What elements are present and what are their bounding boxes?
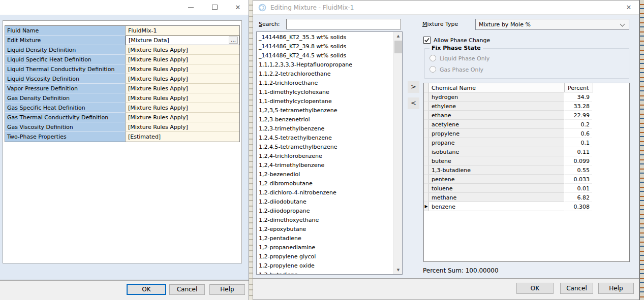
row-selector-cell[interactable] <box>424 111 429 120</box>
table-row[interactable]: ethylene33.28 <box>424 102 629 111</box>
property-row[interactable]: Gas Viscosity Definition[Mixture Rules A… <box>5 122 239 132</box>
chemical-name-cell[interactable]: toluene <box>429 184 565 193</box>
list-item[interactable]: 1,2-epoxybutane <box>257 224 394 234</box>
row-selector-cell[interactable] <box>424 129 429 138</box>
row-selector-cell[interactable] <box>424 102 429 111</box>
property-row[interactable]: Liquid Viscosity Definition[Mixture Rule… <box>5 74 239 84</box>
list-item[interactable]: 1,3-butadiene <box>257 270 394 275</box>
chemical-name-cell[interactable]: hydrogen <box>429 92 565 102</box>
chemical-name-cell[interactable]: benzene <box>429 202 565 211</box>
list-item[interactable]: 1,2-propylene oxide <box>257 261 394 270</box>
dialog-cancel-button[interactable]: Cancel <box>560 283 593 294</box>
table-row[interactable]: ethane22.99 <box>424 111 629 120</box>
table-row[interactable]: 1,3-butadiene0.55 <box>424 165 629 175</box>
property-row[interactable]: Gas Density Definition[Mixture Rules App… <box>5 93 239 103</box>
property-value[interactable]: [Mixture Rules Apply] <box>126 45 239 55</box>
list-item[interactable]: 1,2-diiodobutane <box>257 197 394 206</box>
property-value[interactable]: [Mixture Rules Apply] <box>126 113 239 122</box>
list-item[interactable]: 1,2,3-benzenetriol <box>257 115 394 124</box>
percent-cell[interactable]: 6.82 <box>565 193 592 202</box>
add-chemical-button[interactable]: > <box>408 81 419 93</box>
chemical-name-cell[interactable]: propylene <box>429 129 565 138</box>
property-row[interactable]: Gas Thermal Conductivity Definition[Mixt… <box>5 113 239 122</box>
percent-cell[interactable]: 0.11 <box>565 147 592 156</box>
list-item[interactable]: 1,2,4,5-tetramethylbenzene <box>257 142 394 151</box>
chemical-name-cell[interactable]: pentene <box>429 175 565 184</box>
scroll-up-button[interactable]: ▲ <box>394 32 403 40</box>
minimize-button[interactable] <box>182 0 199 14</box>
property-row[interactable]: Gas Specific Heat Definition[Mixture Rul… <box>5 103 239 113</box>
list-item[interactable]: 1,1-dimethylcyclopentane <box>257 96 394 106</box>
list-item[interactable]: 1,2,3-trimethylbenzene <box>257 124 394 133</box>
chemical-name-cell[interactable]: isobutane <box>429 147 565 156</box>
list-scrollbar[interactable]: ▲ ▼ <box>393 32 402 274</box>
list-item[interactable]: 1,2-propanediamine <box>257 243 394 252</box>
dialog-help-button[interactable]: Help <box>598 283 634 294</box>
chemical-name-cell[interactable]: 1,3-butadiene <box>429 165 565 175</box>
list-item[interactable]: _1414486_KT2_39.8 wt% solids <box>257 42 394 51</box>
table-row[interactable]: acetylene0.2 <box>424 120 629 129</box>
list-item[interactable]: 1,1-dimethylcyclohexane <box>257 87 394 96</box>
cancel-button[interactable]: Cancel <box>169 284 205 295</box>
table-row[interactable]: ▶benzene0.308 <box>424 202 629 211</box>
list-item[interactable]: 1,2-diiodopropane <box>257 206 394 215</box>
row-selector-cell[interactable] <box>424 120 429 129</box>
close-button[interactable]: ✕ <box>229 0 247 14</box>
percent-cell[interactable]: 0.55 <box>565 165 592 175</box>
property-value[interactable]: [Mixture Rules Apply] <box>126 93 239 103</box>
property-value[interactable]: [Mixture Rules Apply] <box>126 64 239 74</box>
percent-cell[interactable]: 33.28 <box>565 102 592 111</box>
list-item[interactable]: 1,2-dimethoxyethane <box>257 215 394 224</box>
property-value[interactable]: [Mixture Rules Apply] <box>126 55 239 64</box>
maximize-button[interactable] <box>206 0 223 14</box>
mixture-type-select[interactable]: Mixture by Mole % <box>475 19 629 30</box>
list-item[interactable]: 1,2,4-trichlorobenzene <box>257 151 394 160</box>
list-item[interactable]: 1,1,2,2-tetrachloroethane <box>257 69 394 78</box>
chemical-name-cell[interactable]: ethylene <box>429 102 565 111</box>
property-row[interactable]: Liquid Thermal Conductivity Definition[M… <box>5 64 239 74</box>
chemical-name-cell[interactable]: methane <box>429 193 565 202</box>
list-item[interactable]: 1,2-propylene glycol <box>257 252 394 261</box>
search-input[interactable] <box>286 19 401 29</box>
list-item[interactable]: _1414486_KT2_35.3 wt% solids <box>257 32 394 42</box>
property-row[interactable]: Fluid NameFluidMix-1 <box>5 26 239 36</box>
property-value[interactable]: [Mixture Rules Apply] <box>126 122 239 132</box>
property-value[interactable]: FluidMix-1 <box>126 26 239 36</box>
list-item[interactable]: 1,2-dibromobutane <box>257 179 394 188</box>
allow-phase-change-checkbox[interactable] <box>423 37 431 44</box>
list-item[interactable]: 1,2-dichloro-4-nitrobenzene <box>257 188 394 197</box>
table-row[interactable]: propane0.1 <box>424 138 629 147</box>
property-row[interactable]: Edit Mixture[Mixture Data]… <box>5 36 239 45</box>
property-value[interactable]: [Mixture Rules Apply] <box>126 103 239 113</box>
percent-cell[interactable]: 0.099 <box>565 156 592 165</box>
percent-cell[interactable]: 0.2 <box>565 120 592 129</box>
row-selector-cell[interactable] <box>424 184 429 193</box>
chemical-name-cell[interactable]: propane <box>429 138 565 147</box>
table-row[interactable]: pentene0.033 <box>424 175 629 184</box>
chemical-name-cell[interactable]: ethane <box>429 111 565 120</box>
row-selector-cell[interactable] <box>424 92 429 102</box>
property-value[interactable]: [Mixture Data]… <box>126 36 239 45</box>
list-item[interactable]: 1,2,3,5-tetramethylbenzene <box>257 106 394 115</box>
table-row[interactable]: isobutane0.11 <box>424 147 629 156</box>
list-item[interactable]: 1,2,4-trimethylbenzene <box>257 160 394 170</box>
percent-cell[interactable]: 0.308 <box>565 202 592 211</box>
table-row[interactable]: propylene0.6 <box>424 129 629 138</box>
row-selector-cell[interactable] <box>424 193 429 202</box>
ellipsis-button[interactable]: … <box>229 37 238 44</box>
table-row[interactable]: butene0.099 <box>424 156 629 165</box>
percent-cell[interactable]: 0.1 <box>565 138 592 147</box>
property-row[interactable]: Two-Phase Properties[Estimated] <box>5 132 239 142</box>
dialog-close-button[interactable]: ✕ <box>623 3 635 12</box>
row-selector-cell[interactable] <box>424 175 429 184</box>
property-value[interactable]: [Estimated] <box>126 132 239 142</box>
table-row[interactable]: methane6.82 <box>424 193 629 202</box>
scroll-thumb[interactable] <box>394 41 402 53</box>
property-row[interactable]: Liquid Density Definition[Mixture Rules … <box>5 45 239 55</box>
row-selector-cell[interactable] <box>424 165 429 175</box>
row-selector-cell[interactable] <box>424 138 429 147</box>
list-item[interactable]: 1,2-pentadiene <box>257 234 394 243</box>
row-selector-cell[interactable] <box>424 156 429 165</box>
property-row[interactable]: Vapor Pressure Definition[Mixture Rules … <box>5 84 239 93</box>
row-selector-cell[interactable] <box>424 147 429 156</box>
